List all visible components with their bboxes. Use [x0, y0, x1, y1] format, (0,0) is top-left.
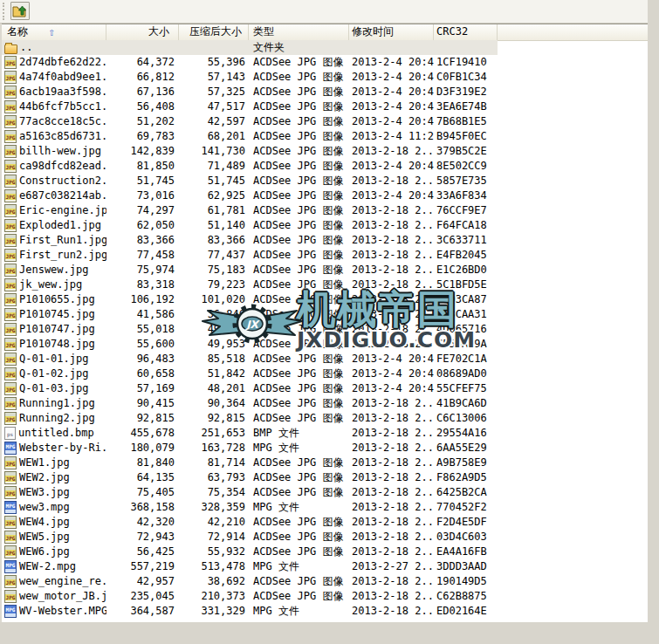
file-name-cell[interactable]: JPG 4a74f0abd9ee1... [2, 70, 106, 85]
file-row[interactable]: JPG billh-wew.jpg 142,839 141,730 ACDSee… [2, 144, 648, 159]
file-row[interactable]: JPG WEW2.jpg 64,135 63,793 ACDSee JPG 图像… [2, 470, 648, 485]
file-row[interactable]: JPG First_run2.jpg 77,458 77,437 ACDSee … [2, 248, 648, 263]
file-name-cell[interactable]: JPG Jenswew.jpg [2, 263, 106, 277]
file-row[interactable]: JPG Q-01-01.jpg 96,483 85,518 ACDSee JPG… [2, 352, 648, 367]
file-row[interactable]: JPG 44b6fcf7b5cc1... 56,408 47,517 ACDSe… [2, 99, 648, 114]
column-header-name[interactable]: 名称 ⇧ [2, 24, 106, 40]
file-row[interactable]: JPG WEW3.jpg 75,405 75,354 ACDSee JPG 图像… [2, 485, 648, 500]
file-row[interactable]: JPG Running2.jpg 92,815 92,815 ACDSee JP… [2, 411, 648, 426]
file-row[interactable]: JPG wew_engine_re... 42,957 38,692 ACDSe… [2, 574, 648, 589]
file-row[interactable]: ps untitled.bmp 455,678 251,653 BMP 文件 2… [2, 426, 648, 441]
file-row[interactable]: JPG 4a74f0abd9ee1... 66,812 57,143 ACDSe… [2, 70, 648, 85]
file-row[interactable]: JPG 77ac8cce18c5c... 51,202 42,597 ACDSe… [2, 114, 648, 129]
file-name-cell[interactable]: JPG WEW1.jpg [2, 456, 106, 470]
file-name-cell[interactable]: JPG WEW5.jpg [2, 530, 106, 545]
file-name-cell[interactable]: JPG WEW4.jpg [2, 515, 106, 530]
file-name-cell[interactable]: JPG WEW3.jpg [2, 485, 106, 500]
file-row[interactable]: MPG Webster-by-Ri... 180,079 163,728 MPG… [2, 441, 648, 456]
file-row[interactable]: JPG First_Run1.jpg 83,366 83,366 ACDSee … [2, 233, 648, 248]
file-row[interactable]: JPG jk_wew.jpg 83,318 79,223 ACDSee JPG … [2, 277, 648, 292]
column-header-crc32[interactable]: CRC32 [434, 24, 498, 40]
file-name-cell[interactable]: JPG WEW2.jpg [2, 470, 106, 485]
file-name-cell[interactable]: JPG Construction2... [2, 174, 106, 188]
file-name-cell[interactable]: .. [2, 40, 106, 55]
file-name-cell[interactable]: JPG P1010655.jpg [2, 292, 106, 307]
file-name-cell[interactable]: JPG Q-01-01.jpg [2, 352, 106, 367]
up-one-level-button[interactable] [10, 2, 30, 20]
file-name-cell[interactable]: JPG wew_engine_re... [2, 574, 106, 589]
file-size-cell: 106,192 [106, 292, 179, 307]
file-name-cell[interactable]: JPG 77ac8cce18c5c... [2, 114, 106, 129]
file-row[interactable]: JPG 6acb19aa3f598... 67,136 57,325 ACDSe… [2, 85, 648, 99]
file-name-cell[interactable]: JPG Q-01-02.jpg [2, 367, 106, 381]
file-row[interactable]: JPG ca98dfcd82ead... 81,850 71,489 ACDSe… [2, 159, 648, 174]
file-row[interactable]: JPG wew_motor_JB.jpg 235,045 210,373 ACD… [2, 589, 648, 604]
column-header-size[interactable]: 大小 [106, 24, 179, 40]
file-row[interactable]: JPG a5163c85d6731... 69,783 68,201 ACDSe… [2, 129, 648, 144]
file-row[interactable]: JPG WEW1.jpg 81,840 81,714 ACDSee JPG 图像… [2, 456, 648, 470]
file-name-cell[interactable]: JPG 44b6fcf7b5cc1... [2, 99, 106, 114]
file-name-cell[interactable]: JPG P1010745.jpg [2, 307, 106, 322]
jpg-file-icon: JPG [4, 160, 17, 173]
file-row[interactable]: JPG Exploded1.jpg 62,050 51,140 ACDSee J… [2, 218, 648, 233]
file-row[interactable]: JPG Q-01-03.jpg 57,169 48,201 ACDSee JPG… [2, 381, 648, 396]
file-row[interactable]: JPG WEW4.jpg 42,320 42,210 ACDSee JPG 图像… [2, 515, 648, 530]
file-row[interactable]: JPG 2d74dbfe62d22... 64,372 55,396 ACDSe… [2, 55, 648, 70]
file-row[interactable]: MPG WEW-2.mpg 557,219 513,478 MPG 文件 201… [2, 559, 648, 574]
file-name-cell[interactable]: JPG WEW6.jpg [2, 545, 106, 559]
file-row[interactable]: JPG Eric-engine.jpg 74,297 61,781 ACDSee… [2, 203, 648, 218]
column-header-modified-time[interactable]: 修改时间 [349, 24, 434, 40]
file-name-cell[interactable]: JPG First_Run1.jpg [2, 233, 106, 248]
file-row[interactable]: JPG Jenswew.jpg 75,974 75,183 ACDSee JPG… [2, 263, 648, 277]
file-name-cell[interactable]: MPG WV-Webster.MPG [2, 604, 106, 619]
file-name-label: WEW5.jpg [19, 530, 70, 545]
column-header-filler [498, 24, 648, 40]
file-row[interactable]: JPG P1010748.jpg 55,600 49,953 ACDSee JP… [2, 337, 648, 352]
file-row[interactable]: JPG Running1.jpg 90,415 90,364 ACDSee JP… [2, 396, 648, 411]
jpg-file-icon: JPG [4, 486, 17, 499]
file-row[interactable]: JPG e687c038214ab... 73,016 62,925 ACDSe… [2, 188, 648, 203]
file-row[interactable]: JPG Q-01-02.jpg 60,658 51,842 ACDSee JPG… [2, 367, 648, 381]
file-name-cell[interactable]: JPG billh-wew.jpg [2, 144, 106, 159]
file-name-cell[interactable]: JPG Q-01-03.jpg [2, 381, 106, 396]
file-name-cell[interactable]: JPG First_run2.jpg [2, 248, 106, 263]
file-name-cell[interactable]: MPG WEW-2.mpg [2, 559, 106, 574]
file-row[interactable]: JPG P1010747.jpg 55,018 49,108 ACDSee JP… [2, 322, 648, 337]
file-crc32-cell: C0FB1C34 [434, 70, 498, 85]
file-row[interactable]: JPG WEW5.jpg 72,943 72,914 ACDSee JPG 图像… [2, 530, 648, 545]
file-name-cell[interactable]: JPG e687c038214ab... [2, 188, 106, 203]
file-modified-time-cell: 2013-2-18 2... [349, 500, 434, 515]
file-name-cell[interactable]: JPG a5163c85d6731... [2, 129, 106, 144]
file-name-cell[interactable]: JPG P1010747.jpg [2, 322, 106, 337]
file-name-cell[interactable]: JPG Running2.jpg [2, 411, 106, 426]
file-row[interactable]: MPG WV-Webster.MPG 364,587 331,329 MPG 文… [2, 604, 648, 619]
file-name-cell[interactable]: ps untitled.bmp [2, 426, 106, 441]
column-header-packed-size[interactable]: 压缩后大小 [179, 24, 249, 40]
file-modified-time-cell: 2013-2-18 2... [349, 411, 434, 426]
file-name-cell[interactable]: MPG wew3.mpg [2, 500, 106, 515]
file-type-cell: ACDSee JPG 图像 [249, 456, 349, 470]
file-row[interactable]: MPG wew3.mpg 368,158 328,359 MPG 文件 2013… [2, 500, 648, 515]
file-modified-time-cell: 2013-2-18 2... [349, 263, 434, 277]
file-name-cell[interactable]: MPG Webster-by-Ri... [2, 441, 106, 456]
file-row[interactable]: .. 文件夹 [2, 40, 648, 55]
file-packed-size-cell: 47,517 [179, 99, 249, 114]
file-name-cell[interactable]: JPG Running1.jpg [2, 396, 106, 411]
file-row[interactable]: JPG P1010745.jpg 41,586 36,846 ACDSee JP… [2, 307, 648, 322]
file-row[interactable]: JPG Construction2... 51,745 51,745 ACDSe… [2, 174, 648, 188]
file-name-cell[interactable]: JPG ca98dfcd82ead... [2, 159, 106, 174]
file-packed-size-cell: 72,914 [179, 530, 249, 545]
file-size-cell: 41,586 [106, 307, 179, 322]
file-name-cell[interactable]: JPG P1010748.jpg [2, 337, 106, 352]
file-name-cell[interactable]: JPG 2d74dbfe62d22... [2, 55, 106, 70]
file-name-cell[interactable]: JPG Exploded1.jpg [2, 218, 106, 233]
file-row[interactable]: JPG P1010655.jpg 106,192 101,020 ACDSee … [2, 292, 648, 307]
toolbar-grip-handle[interactable] [3, 3, 6, 20]
file-name-cell[interactable]: JPG jk_wew.jpg [2, 277, 106, 292]
file-row[interactable]: JPG WEW6.jpg 56,425 55,932 ACDSee JPG 图像… [2, 545, 648, 559]
file-name-cell[interactable]: JPG 6acb19aa3f598... [2, 85, 106, 99]
file-name-cell[interactable]: JPG wew_motor_JB.jpg [2, 589, 106, 604]
file-name-cell[interactable]: JPG Eric-engine.jpg [2, 203, 106, 218]
column-header-type[interactable]: 类型 [249, 24, 349, 40]
file-name-label: WEW3.jpg [19, 485, 70, 500]
